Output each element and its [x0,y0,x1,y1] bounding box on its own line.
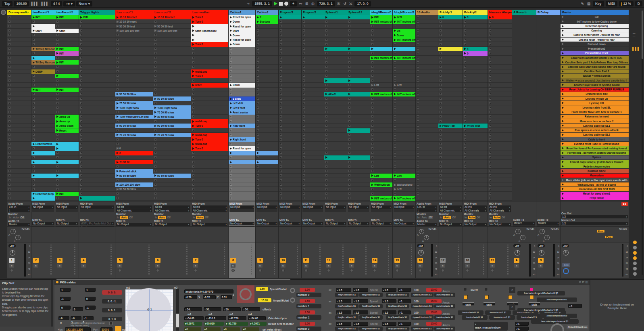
clip-launch-icon[interactable] [192,16,194,19]
clip-stop-button[interactable] [303,143,305,145]
io-select[interactable]: No Input▾ [256,205,277,209]
clip-slot[interactable] [438,56,463,60]
scene-launch-icon[interactable] [562,179,564,181]
clip-stop-button[interactable] [417,193,419,195]
clip-stop-button[interactable] [464,29,466,31]
clip-slot[interactable] [463,182,488,187]
midi-activity-meter[interactable] [483,245,484,276]
clip-slot[interactable] [324,101,347,105]
volume-field[interactable]: -Inf [513,244,521,247]
motor-dial[interactable] [240,288,252,300]
track-io[interactable]: MIDI FromNo Input▾MIDI ToMOTU Pro Audio … [79,201,115,226]
scene-name[interactable]: Caroline Solo Start solo sound after 3rd… [565,65,629,68]
osc-address-box[interactable]: /speedLim/axis $1 [411,293,434,297]
clip-slot[interactable] [463,192,488,196]
encoder-zero-float[interactable]: ▸0. [515,322,529,326]
clip-stop-button[interactable] [348,98,350,100]
chevron-down-icon[interactable]: ▾ [150,205,151,209]
scene-name[interactable]: WalkoutLoop - at end of sound [565,183,629,186]
clip-slot[interactable] [347,56,370,60]
track-sends[interactable] [370,226,393,243]
clip-stop-button[interactable] [154,52,156,54]
clip-launch-icon[interactable] [33,197,35,199]
scene-name[interactable]: Presentation2 [565,47,629,50]
clip[interactable]: Reset [55,128,79,133]
clip-stop-button[interactable] [8,107,10,109]
clip-slot[interactable] [324,24,347,28]
clip-stop-button[interactable] [371,39,373,41]
clip-slot[interactable] [279,119,301,124]
clip-stop-button[interactable] [371,98,373,100]
clip-launch-icon[interactable] [33,174,35,177]
clip-stop-button[interactable] [280,179,282,181]
clip[interactable]: 0 [115,151,153,155]
result-field[interactable]: ▸60.610 [204,322,224,326]
clip-stop-button[interactable] [192,129,194,131]
clip-stop-button[interactable] [394,152,396,154]
clip-slot[interactable] [153,196,191,201]
clip-slot[interactable] [302,160,324,164]
clip-slot[interactable] [347,146,370,151]
clip-launch-icon[interactable] [348,93,350,95]
clip[interactable]: Polaroid stick [115,169,153,173]
scene-launch-icon[interactable] [562,66,564,68]
send-b-knob[interactable] [424,235,429,240]
monitor-switch[interactable]: InAutoOff [154,216,190,219]
clip-slot[interactable] [279,142,301,146]
io-channel-blank[interactable] [256,209,277,212]
clip-stop-button[interactable] [303,166,305,168]
clip-stop-button[interactable] [154,39,156,41]
io-channel-blank[interactable] [394,209,415,212]
clip-slot[interactable] [279,124,301,128]
clip-stop-button[interactable] [8,125,10,127]
clip[interactable] [229,151,255,155]
clip-slot[interactable] [302,96,324,101]
clip-slot[interactable] [55,187,79,191]
clip-stop-button[interactable] [230,52,232,54]
track-mixer[interactable]: 3S [55,243,79,278]
clip-grid[interactable]: 0Startpos [256,15,279,201]
clip-name[interactable]: 90 90 90 slow [157,124,174,127]
clip-stop-button[interactable] [280,52,282,54]
io-label[interactable]: MIDI To [56,219,78,222]
clip-stop-button[interactable] [417,75,419,77]
result-field[interactable]: ▸0.5971 [184,322,202,326]
clip-stop-button[interactable] [154,152,156,154]
clip-slot[interactable] [488,42,512,46]
clip-slot[interactable] [347,110,370,115]
clip-slot[interactable] [347,42,370,46]
clip-stop-button[interactable] [80,48,82,50]
clip-slot[interactable] [463,128,488,133]
clip-slot[interactable] [31,74,55,78]
clip-stop-button[interactable] [464,75,466,77]
clip-stop-button[interactable] [8,188,10,190]
clip-stop-button[interactable] [56,98,58,100]
clip-launch-icon[interactable] [117,188,119,191]
io-select[interactable]: All Channels▾ [154,209,190,212]
clip[interactable]: Arms up [55,119,79,124]
clip-stop-button[interactable] [394,138,396,140]
clip-slot[interactable] [256,29,278,33]
clip-slot[interactable] [115,60,153,65]
close-icon[interactable]: × [509,287,515,293]
monitor-in-button[interactable]: In [192,216,196,219]
io-label[interactable]: Monitor [192,213,227,216]
clip-slot[interactable] [191,105,228,110]
arm-button[interactable] [491,269,494,272]
clip-slot[interactable] [55,24,79,28]
track-io[interactable]: Audio FromExt. In▾1▾MonitorInAutoOffAudi… [416,201,438,226]
clip-stop-button[interactable] [325,34,327,36]
scene-name[interactable]: Forrest angle wings ( jostein faces forw… [565,161,629,163]
io-select-value[interactable]: No Output [193,223,205,226]
scene[interactable]: Lift and reset - walker to rear [561,38,629,42]
clip-slot[interactable] [463,83,488,87]
clip-stop-button[interactable] [8,193,10,195]
clip-slot[interactable] [115,51,153,56]
clip-slot[interactable] [463,96,488,101]
calculated-pos-field[interactable]: ▸-54.60 [248,316,266,320]
clip-slot[interactable] [347,192,370,196]
speed-field[interactable]: ▸1.5 [382,299,396,303]
clip-slot[interactable] [302,60,324,65]
io-select-value[interactable]: Master [9,223,17,226]
clip-slot[interactable] [279,160,301,164]
